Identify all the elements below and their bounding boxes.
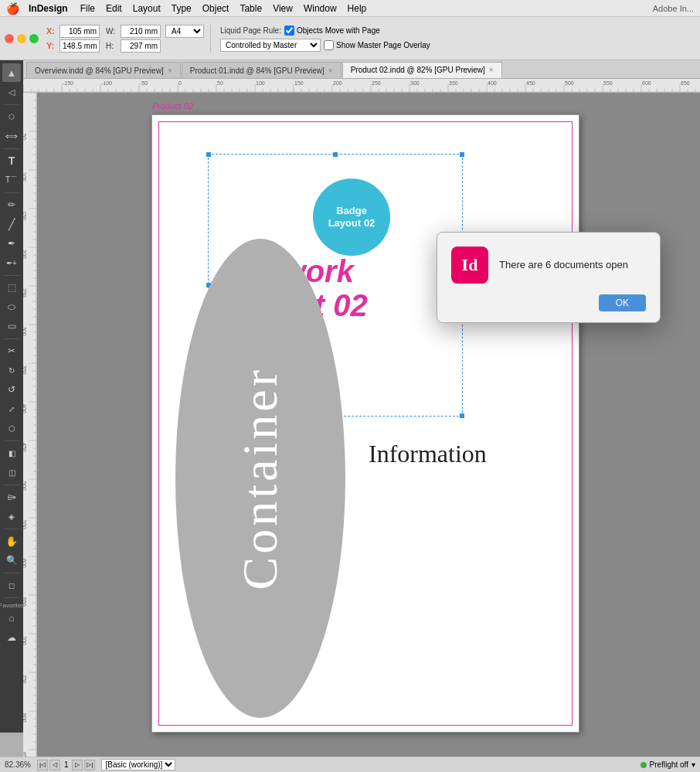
w-label: W: [106,27,118,36]
frame-corner-tm [333,152,338,157]
frame-corner-tr [460,152,464,157]
svg-text:-50: -50 [140,80,148,86]
hand-tool[interactable]: ✋ [2,532,21,550]
svg-text:200: 200 [333,80,342,86]
tab-product02[interactable]: Product 02.indd @ 82% [GPU Preview] × [342,62,502,78]
menu-table[interactable]: Table [240,3,262,14]
menu-help[interactable]: Help [348,3,367,14]
svg-text:50: 50 [217,80,223,86]
selection-tool[interactable]: ▲ [2,63,21,82]
scale-tool[interactable]: ⤢ [2,400,21,418]
modal-body: Id There are 6 documents open [451,247,646,284]
gap-tool[interactable]: ⟺ [2,127,21,145]
svg-text:50: 50 [23,134,27,140]
badge-circle: Badge Layout 02 [313,179,390,256]
modal-message: There are 6 documents open [499,258,628,272]
favorites-home[interactable]: ⌂ [2,609,21,627]
pencil-tool[interactable]: ✏ [2,196,21,214]
y-label: Y: [46,41,57,50]
menu-window[interactable]: Window [304,3,337,14]
svg-text:500: 500 [565,80,574,86]
first-page-button[interactable]: |◁ [37,760,48,770]
direct-selection-tool[interactable]: ◁ [2,83,21,101]
favorites-2[interactable]: ☁ [2,628,21,647]
page-label: Product 02 [152,101,193,111]
add-anchor-tool[interactable]: ✒+ [2,253,21,272]
ellipse-frame-tool[interactable]: ⬭ [2,298,21,316]
menu-type[interactable]: Type [172,3,192,14]
preflight-indicator: Preflight off ▾ [641,760,695,769]
style-select[interactable]: [Basic (working)] [101,759,175,770]
rectangle-tool[interactable]: ▭ [2,317,21,335]
page-size-select[interactable]: A4A3Letter [165,25,204,38]
badge-text: Badge Layout 02 [328,205,375,229]
show-master-checkbox[interactable] [324,40,334,50]
svg-text:800: 800 [23,713,27,723]
page-number: 1 [62,760,71,769]
tab-overview-close[interactable]: × [168,66,172,75]
svg-text:500: 500 [23,481,27,491]
modal-dialog: Id There are 6 documents open OK [437,232,661,323]
rotate-tool[interactable]: ↺ [2,380,21,399]
svg-text:0: 0 [178,80,182,86]
window-close-button[interactable] [5,34,14,43]
svg-text:750: 750 [23,675,27,684]
objects-move-label: Objects Move with Page [297,26,380,35]
line-tool[interactable]: ╱ [2,215,21,233]
menu-edit[interactable]: Edit [106,3,122,14]
type-tool[interactable]: T [2,151,21,170]
gradient-swatch-tool[interactable]: ◧ [2,444,21,462]
rectangle-frame-tool[interactable]: ⬚ [2,278,21,297]
shear-tool[interactable]: ⬡ [2,419,21,437]
svg-text:400: 400 [23,404,27,413]
preflight-arrow: ▾ [692,760,695,769]
color-theme-tool[interactable]: ◈ [2,507,21,525]
menu-layout[interactable]: Layout [133,3,161,14]
free-transform-tool[interactable]: ↻ [2,361,21,379]
objects-move-checkbox[interactable] [284,26,294,36]
indesign-app-icon: Id [451,247,488,284]
scissors-tool[interactable]: ✂ [2,342,21,360]
modal-ok-button[interactable]: OK [599,294,646,311]
tab-product01[interactable]: Product 01.indd @ 84% [GPU Preview] × [182,62,342,78]
tab-overview[interactable]: Overview.indd @ 84% [GPU Preview] × [26,62,181,78]
pen-tool[interactable]: ✒ [2,234,21,253]
svg-text:700: 700 [23,636,27,645]
oval-container: Container [175,239,345,718]
liquid-rule-select[interactable]: Controlled by Master Scale Re-center [220,39,321,52]
menu-file[interactable]: File [80,3,95,14]
next-page-button[interactable]: ▷ [72,760,83,770]
w-input[interactable] [121,25,161,38]
svg-text:350: 350 [449,80,458,86]
tab-product01-close[interactable]: × [328,66,333,75]
x-label: X: [46,26,57,36]
fill-stroke-indicator[interactable]: ◻ [2,576,21,594]
svg-text:600: 600 [642,80,651,86]
svg-text:150: 150 [23,211,27,220]
y-input[interactable] [59,39,100,53]
menu-view[interactable]: View [273,3,293,14]
toolbar: X: Y: W: A4A3Letter H: Liquid Page Rule:… [0,17,700,60]
h-input[interactable] [121,39,161,53]
menu-object[interactable]: Object [202,3,229,14]
liquid-rule-label: Liquid Page Rule: [220,26,281,35]
svg-text:550: 550 [23,520,27,529]
type-on-path-tool[interactable]: T⌒ [2,171,21,189]
window-maximize-button[interactable] [29,34,39,43]
window-minimize-button[interactable] [17,34,26,43]
last-page-button[interactable]: ▷| [84,760,95,770]
tab-product02-close[interactable]: × [489,66,494,74]
prev-page-button[interactable]: ◁ [49,760,60,770]
eyedropper-tool[interactable]: ⌲ [2,488,21,506]
svg-text:600: 600 [23,559,27,568]
tabs-bar: Overview.indd @ 84% [GPU Preview] × Prod… [23,60,700,79]
svg-text:200: 200 [23,250,27,259]
gradient-feather-tool[interactable]: ◫ [2,463,21,481]
svg-rect-111 [23,93,37,772]
svg-text:400: 400 [488,80,497,86]
page-tool[interactable]: ⬡ [2,107,21,126]
apple-menu-icon[interactable]: 🍎 [6,2,19,15]
zoom-tool[interactable]: 🔍 [2,551,21,570]
oval-container-text: Container [232,367,289,590]
x-input[interactable] [59,25,100,38]
